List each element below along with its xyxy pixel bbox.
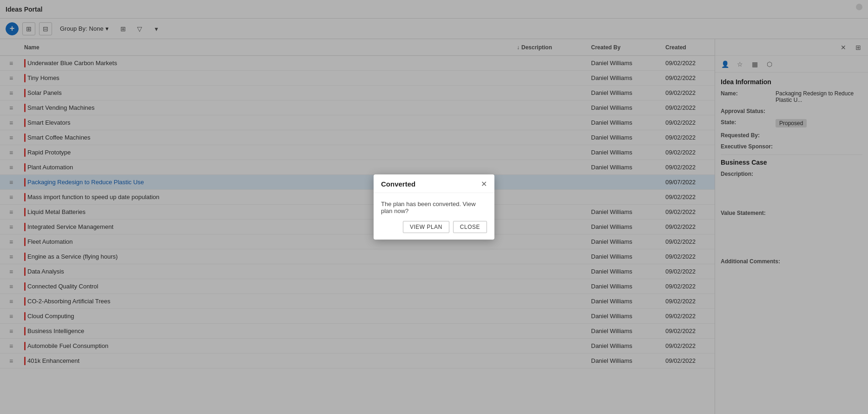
modal-overlay: Converted ✕ The plan has been converted.… [0,0,868,414]
modal-title: Converted [381,180,415,188]
modal-x-button[interactable]: ✕ [481,180,487,188]
converted-modal: Converted ✕ The plan has been converted.… [374,174,494,240]
modal-body: The plan has been converted. View plan n… [374,193,494,221]
modal-header: Converted ✕ [374,174,494,193]
modal-message: The plan has been converted. View plan n… [381,200,476,214]
close-button[interactable]: CLOSE [453,221,487,233]
modal-footer: VIEW PLAN CLOSE [374,221,494,240]
view-plan-button[interactable]: VIEW PLAN [403,221,449,233]
